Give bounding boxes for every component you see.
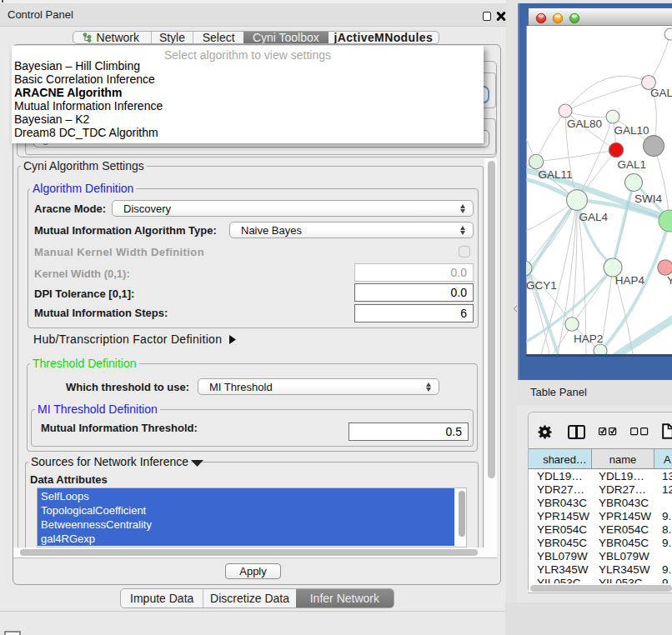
svg-text:GAL7: GAL7 [650, 87, 672, 99]
svg-text:Y: Y [667, 274, 672, 287]
svg-text:GAL1: GAL1 [618, 158, 647, 171]
svg-text:GAL80: GAL80 [567, 118, 602, 130]
svg-text:GAL11: GAL11 [539, 168, 573, 181]
svg-text:HAP2: HAP2 [574, 332, 603, 345]
svg-text:GAL4: GAL4 [579, 211, 609, 223]
svg-text:GCY1: GCY1 [526, 279, 557, 292]
svg-text:HAP4: HAP4 [615, 274, 645, 287]
svg-text:GAL10: GAL10 [614, 124, 649, 137]
svg-text:SWI4: SWI4 [634, 192, 662, 205]
